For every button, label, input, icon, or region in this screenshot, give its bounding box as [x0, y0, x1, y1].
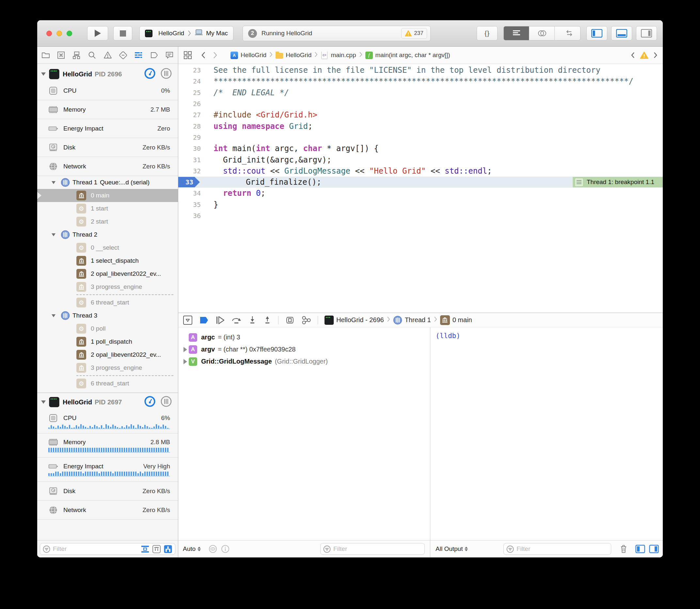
line-number-gutter[interactable]: 24 [178, 77, 201, 85]
line-number-gutter[interactable]: 25 [178, 89, 201, 97]
console-filter-field[interactable]: Filter [503, 543, 611, 555]
breadcrumb-item[interactable]: 0 main [440, 315, 472, 325]
stack-frame-row[interactable]: ⚙0 __select [37, 241, 178, 254]
stack-frame-row[interactable]: ⚙1 start [37, 202, 178, 215]
stack-frame-row[interactable]: 1 poll_dispatch [37, 335, 178, 348]
gauge-button[interactable] [144, 396, 156, 408]
variables-filter-field[interactable]: Filter [320, 543, 425, 555]
warning-count-chip[interactable]: 237 [401, 28, 427, 38]
close-window-button[interactable] [46, 31, 52, 36]
line-number-gutter[interactable]: 28 [178, 122, 201, 130]
line-number-gutter[interactable]: 35 [178, 201, 201, 209]
debug-view-hierarchy-button[interactable] [285, 316, 295, 325]
show-records-toggle[interactable] [141, 545, 150, 554]
version-editor-button[interactable] [555, 27, 580, 40]
gauge-row-memory[interactable]: Memory2.8 MB [37, 433, 178, 457]
code-text[interactable]: int main(int argc, char * argv[]) { [201, 144, 379, 153]
toggle-console-view-button[interactable] [649, 545, 659, 553]
gauge-row-disk[interactable]: DiskZero KB/s [37, 482, 178, 501]
navigator-tab-search[interactable] [88, 51, 96, 59]
code-line-24[interactable]: 24**************************************… [178, 76, 663, 87]
code-line-30[interactable]: 30int main(int argc, char * argv[]) { [178, 143, 663, 154]
breadcrumb-item[interactable]: AHelloGrid [231, 52, 267, 59]
thread-row[interactable]: Thread 2 [37, 228, 178, 241]
previous-issue-button[interactable] [631, 52, 635, 58]
toggle-navigator-button[interactable] [586, 26, 607, 40]
disclosure-triangle-icon[interactable] [182, 347, 189, 352]
code-line-23[interactable]: 23See the full license in the file "LICE… [178, 65, 663, 76]
gauge-row-disk[interactable]: DiskZero KB/s [37, 138, 178, 157]
line-number-gutter[interactable]: 23 [178, 66, 201, 74]
show-stack-frames-toggle[interactable] [164, 545, 172, 554]
continue-button[interactable] [216, 316, 225, 325]
next-issue-button[interactable] [654, 52, 658, 58]
info-button[interactable] [221, 545, 229, 553]
breadcrumb-item[interactable]: fmain(int argc, char * argv[]) [365, 52, 450, 59]
navigator-tab-reports[interactable] [165, 51, 174, 59]
stack-frame-row[interactable]: ⚙6 thread_start [37, 377, 178, 390]
back-button[interactable] [201, 52, 205, 59]
clear-console-button[interactable] [620, 544, 628, 554]
line-number-gutter[interactable]: 34 [178, 189, 201, 197]
related-items-icon[interactable] [184, 51, 192, 59]
gauge-row-energy-impact[interactable]: Energy ImpactVery High [37, 457, 178, 482]
variables-scope-dropdown[interactable]: Auto [183, 545, 201, 553]
disclosure-triangle-icon[interactable] [52, 233, 55, 236]
code-text[interactable]: Grid_init(&argc,&argv); [201, 155, 331, 164]
navigator-tab-issues[interactable] [103, 51, 112, 59]
code-text[interactable]: using namespace Grid; [201, 122, 312, 131]
code-text[interactable]: /* END LEGAL */ [201, 88, 289, 97]
line-number-gutter[interactable]: 27 [178, 111, 201, 119]
navigator-tab-project[interactable] [41, 51, 50, 59]
line-number-gutter[interactable]: 30 [178, 144, 201, 152]
stack-frame-row[interactable]: 0 main [37, 189, 178, 202]
stack-frame-row[interactable]: ⚙6 thread_start [37, 296, 178, 309]
code-line-35[interactable]: 35} [178, 199, 663, 210]
code-text[interactable]: Grid_finalize(); [201, 177, 321, 187]
toggle-inspector-button[interactable] [636, 26, 657, 40]
process-row[interactable]: HelloGridPID 2697 [37, 395, 178, 409]
gauge-row-network[interactable]: NetworkZero KB/s [37, 501, 178, 520]
line-number-gutter[interactable]: 29 [178, 134, 201, 141]
code-review-button[interactable]: {} [477, 26, 498, 40]
breakpoint-marker[interactable]: 33 [178, 177, 200, 187]
code-text[interactable]: See the full license in the file "LICENS… [201, 66, 600, 75]
toggle-debug-area-button[interactable] [611, 26, 632, 40]
code-line-27[interactable]: 27#include <Grid/Grid.h> [178, 109, 663, 120]
navigator-tab-symbols[interactable] [72, 51, 81, 59]
code-line-29[interactable]: 29 [178, 132, 663, 143]
disclosure-triangle-icon[interactable] [41, 400, 46, 404]
stack-frame-row[interactable]: 2 opal_libevent2022_ev... [37, 267, 178, 280]
line-number-gutter[interactable]: 26 [178, 100, 201, 108]
stack-frame-row[interactable]: ⚙0 poll [37, 322, 178, 335]
navigator-tab-source-control[interactable] [57, 51, 65, 59]
pause-process-button[interactable] [160, 68, 172, 81]
variable-row[interactable]: Aargv= (char **) 0x7ffee9039c28 [178, 343, 430, 355]
code-text[interactable]: #include <Grid/Grid.h> [201, 110, 317, 119]
code-line-31[interactable]: 31 Grid_init(&argc,&argv); [178, 154, 663, 165]
stack-frame-row[interactable]: 2 opal_libevent2022_ev... [37, 348, 178, 361]
code-line-25[interactable]: 25/* END LEGAL */ [178, 87, 663, 98]
issue-warning-icon[interactable] [640, 52, 648, 59]
code-line-36[interactable]: 36 [178, 210, 663, 221]
disclosure-triangle-icon[interactable] [182, 359, 189, 364]
console-output[interactable]: (lldb) [430, 327, 663, 540]
gauge-row-cpu[interactable]: CPU0% [37, 81, 178, 100]
stop-button[interactable] [113, 26, 132, 40]
breakpoint-annotation[interactable]: Thread 1: breakpoint 1.1 [573, 177, 663, 187]
minimize-window-button[interactable] [56, 31, 62, 36]
stack-frame-row[interactable]: ⚙2 start [37, 215, 178, 228]
gauge-row-memory[interactable]: Memory2.7 MB [37, 100, 178, 119]
run-button[interactable] [87, 26, 108, 40]
gauge-row-network[interactable]: NetworkZero KB/s [37, 157, 178, 176]
breakpoints-toggle-button[interactable] [199, 316, 209, 325]
toggle-variables-view-button[interactable] [635, 545, 645, 553]
gauge-row-energy-impact[interactable]: Energy ImpactZero [37, 119, 178, 138]
navigator-tab-breakpoints[interactable] [150, 51, 158, 59]
memory-graph-button[interactable] [301, 316, 311, 325]
breadcrumb-item[interactable]: C+main.cpp [321, 52, 356, 59]
console-output-dropdown[interactable]: All Output [436, 545, 468, 553]
disclosure-triangle-icon[interactable] [41, 72, 46, 76]
pause-process-button[interactable] [160, 396, 172, 408]
code-text[interactable]: std::cout << GridLogMessage << "Hello Gr… [201, 167, 492, 176]
